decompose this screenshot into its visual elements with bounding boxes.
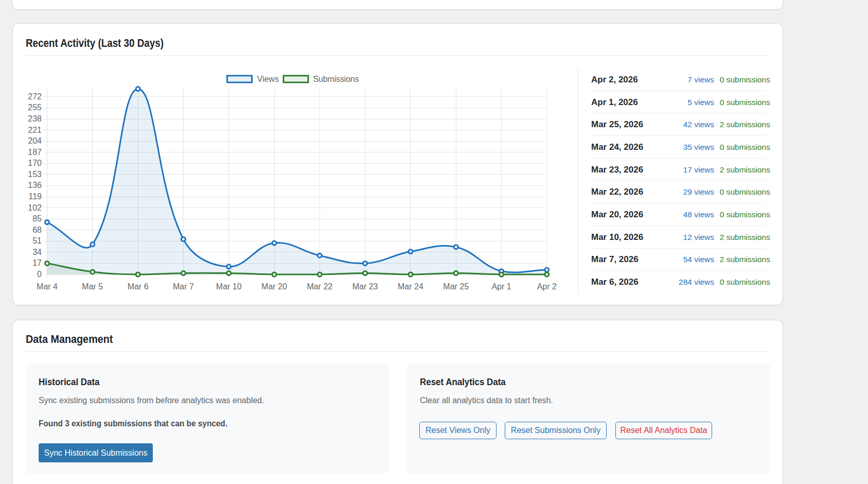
svg-text:85: 85 (32, 214, 42, 223)
svg-text:Apr 2: Apr 2 (537, 282, 557, 291)
svg-text:Mar 25: Mar 25 (443, 282, 469, 291)
svg-text:68: 68 (32, 226, 42, 234)
svg-text:187: 187 (28, 148, 42, 157)
svg-text:153: 153 (28, 170, 42, 179)
svg-text:34: 34 (32, 248, 42, 256)
svg-text:Mar 22: Mar 22 (307, 282, 332, 291)
svg-text:255: 255 (28, 103, 42, 112)
svg-text:204: 204 (28, 136, 42, 145)
svg-text:Mar 24: Mar 24 (398, 282, 423, 291)
svg-text:170: 170 (28, 159, 42, 167)
svg-text:Mar 7: Mar 7 (173, 282, 194, 291)
svg-text:0: 0 (37, 270, 42, 279)
svg-text:119: 119 (28, 192, 42, 201)
svg-text:Mar 4: Mar 4 (37, 282, 58, 291)
svg-text:Mar 10: Mar 10 (216, 282, 242, 291)
svg-text:272: 272 (28, 92, 42, 101)
svg-text:136: 136 (28, 181, 42, 189)
svg-text:221: 221 (28, 126, 42, 134)
svg-text:Mar 5: Mar 5 (82, 282, 103, 291)
svg-text:Views: Views (257, 75, 279, 83)
svg-text:Mar 6: Mar 6 (128, 282, 149, 291)
svg-text:Mar 23: Mar 23 (352, 282, 378, 291)
svg-text:Mar 20: Mar 20 (261, 282, 287, 291)
svg-text:238: 238 (28, 114, 42, 123)
svg-text:51: 51 (32, 236, 42, 245)
svg-text:102: 102 (28, 203, 42, 212)
svg-text:Apr 1: Apr 1 (491, 282, 511, 291)
svg-text:17: 17 (32, 258, 42, 267)
svg-text:Submissions: Submissions (313, 75, 359, 83)
